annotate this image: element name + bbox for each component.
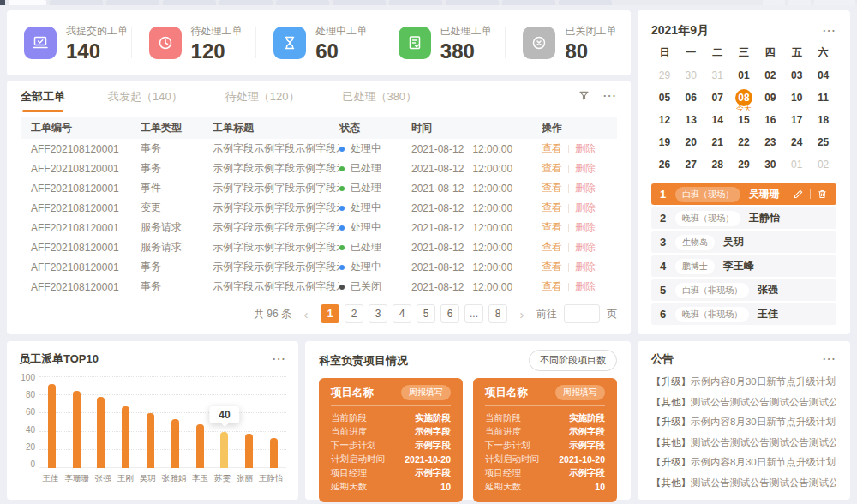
page-button[interactable]: ... [464, 304, 483, 323]
delete-link[interactable]: 删除 [575, 201, 596, 213]
announcement-item[interactable]: 【其他】测试公告测试公告测试公告测试公告测试公告 [651, 393, 836, 413]
delete-link[interactable]: 删除 [575, 162, 596, 174]
next-page-button[interactable]: › [512, 304, 531, 323]
calendar-day[interactable]: 11 [810, 87, 836, 109]
calendar-day[interactable]: 27 [678, 153, 704, 176]
calendar-day[interactable]: 25 [810, 131, 836, 153]
browser-tab[interactable] [446, 0, 499, 5]
page-goto-input[interactable] [564, 304, 600, 323]
delete-icon[interactable] [817, 189, 828, 200]
filter-icon[interactable] [578, 89, 590, 102]
calendar-day[interactable]: 29 [651, 64, 678, 87]
view-link[interactable]: 查看 [542, 142, 562, 154]
calendar-day[interactable]: 26 [651, 153, 678, 176]
duty-row[interactable]: 3生物岛吴玥 [651, 231, 836, 253]
calendar-day[interactable]: 04 [810, 64, 836, 87]
view-link[interactable]: 查看 [542, 261, 562, 273]
duty-row[interactable]: 1白班（现场）吴珊珊 [651, 183, 836, 205]
view-link[interactable]: 查看 [542, 241, 562, 253]
browser-tab[interactable] [502, 0, 555, 5]
bar[interactable] [171, 419, 179, 468]
tab-all-workorders[interactable]: 全部工单 [21, 89, 65, 112]
calendar-day[interactable]: 20 [678, 131, 704, 153]
view-link[interactable]: 查看 [542, 182, 562, 194]
duty-row[interactable]: 2晚班（现场）王静怡 [651, 207, 836, 229]
bar[interactable] [270, 438, 278, 468]
announcement-item[interactable]: 【升级】示例内容8月30日新节点升级计划通知 [651, 412, 836, 433]
calendar-day[interactable]: 02 [810, 153, 836, 176]
stage-project-count-button[interactable]: 不同阶段项目数 [529, 350, 617, 371]
page-button[interactable]: 2 [345, 304, 363, 323]
bar[interactable] [122, 406, 129, 468]
page-button[interactable]: 6 [440, 304, 459, 323]
weekly-report-badge[interactable]: 周报填写 [555, 385, 605, 400]
browser-tab[interactable] [106, 0, 159, 5]
prev-page-button[interactable]: ‹ [297, 304, 315, 323]
calendar-day[interactable]: 07 [704, 87, 731, 109]
tab-my-initiated[interactable]: 我发起（140） [108, 89, 183, 112]
calendar-day[interactable]: 30 [757, 153, 783, 176]
page-button[interactable]: 8 [488, 304, 507, 323]
calendar-day[interactable]: 19 [651, 131, 678, 153]
browser-control[interactable] [763, 0, 785, 5]
bar[interactable] [97, 397, 105, 468]
announcement-item[interactable]: 【其他】测试公告测试公告测试公告测试公告测试公告 [651, 473, 836, 494]
calendar-day[interactable]: 09 [757, 87, 783, 109]
view-link[interactable]: 查看 [542, 280, 562, 292]
bar[interactable] [147, 413, 154, 468]
calendar-day[interactable]: 02 [757, 64, 783, 87]
more-icon[interactable]: ⋯ [272, 355, 286, 363]
delete-link[interactable]: 删除 [575, 182, 596, 194]
calendar-day[interactable]: 30 [678, 64, 704, 87]
calendar-day[interactable]: 21 [704, 131, 731, 153]
page-button[interactable]: 1 [321, 304, 339, 323]
delete-link[interactable]: 删除 [575, 142, 596, 154]
duty-row[interactable]: 4鹏博士李王峰 [651, 255, 836, 277]
browser-tab[interactable] [333, 0, 386, 5]
browser-control[interactable] [788, 0, 811, 5]
tab-processed[interactable]: 已处理（380） [342, 89, 417, 112]
page-button[interactable]: 5 [417, 304, 435, 323]
calendar-day[interactable]: 23 [757, 131, 783, 153]
browser-tab[interactable] [559, 0, 612, 5]
browser-tab[interactable] [276, 0, 329, 5]
delete-link[interactable]: 删除 [575, 280, 596, 292]
browser-tab[interactable] [50, 0, 103, 5]
view-link[interactable]: 查看 [542, 162, 562, 174]
calendar-day[interactable]: 16 [757, 109, 783, 131]
delete-link[interactable]: 删除 [575, 261, 596, 273]
view-link[interactable]: 查看 [542, 221, 562, 233]
calendar-day[interactable]: 14 [704, 109, 731, 131]
delete-link[interactable]: 删除 [575, 241, 596, 253]
calendar-day[interactable]: 03 [783, 64, 810, 87]
browser-tab[interactable] [389, 0, 442, 5]
announcement-item[interactable]: 【升级】示例内容8月30日新节点升级计划通知 [651, 372, 836, 393]
browser-tab-active[interactable] [9, 0, 46, 5]
weekly-report-badge[interactable]: 周报填写 [401, 385, 451, 400]
delete-link[interactable]: 删除 [575, 221, 596, 233]
bar[interactable] [220, 432, 228, 468]
more-icon[interactable]: ⋯ [602, 92, 617, 100]
more-icon[interactable]: ⋯ [822, 27, 836, 35]
edit-icon[interactable] [793, 189, 804, 200]
bar[interactable] [196, 424, 204, 468]
calendar-day[interactable]: 29 [731, 153, 758, 176]
bar[interactable] [245, 434, 253, 468]
calendar-day[interactable]: 13 [678, 109, 704, 131]
calendar-day[interactable]: 28 [704, 153, 731, 176]
calendar-day[interactable]: 08今天 [731, 87, 758, 109]
browser-tab[interactable] [163, 0, 216, 5]
calendar-day[interactable]: 06 [678, 87, 704, 109]
calendar-day[interactable]: 01 [731, 64, 758, 87]
view-link[interactable]: 查看 [542, 201, 562, 213]
calendar-day[interactable]: 12 [651, 109, 678, 131]
calendar-day[interactable]: 15 [731, 109, 758, 131]
bar[interactable] [73, 391, 81, 468]
more-icon[interactable]: ⋯ [822, 355, 836, 363]
announcement-item[interactable]: 【升级】示例内容8月30日新节点升级计划通知 [651, 453, 836, 473]
page-button[interactable]: 3 [369, 304, 387, 323]
calendar-day[interactable]: 24 [783, 131, 810, 153]
calendar-day[interactable]: 22 [731, 131, 758, 153]
calendar-day[interactable]: 10 [783, 87, 810, 109]
bar[interactable] [48, 384, 56, 468]
